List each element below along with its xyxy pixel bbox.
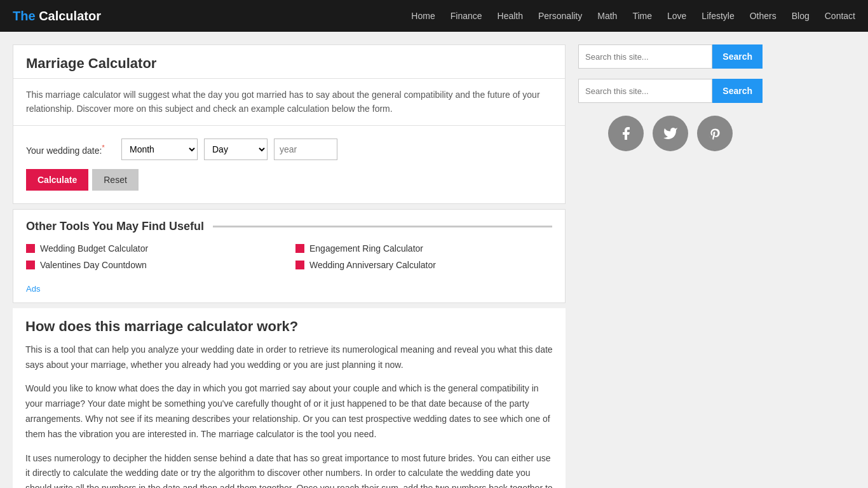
date-row: Your wedding date:* MonthJanuaryFebruary… [26, 139, 552, 160]
title-card: Marriage Calculator This marriage calcul… [13, 44, 566, 204]
article-para-3: It uses numerology to decipher the hidde… [25, 451, 553, 488]
button-row: Calculate Reset [26, 169, 552, 191]
month-select[interactable]: MonthJanuaryFebruaryMarchAprilMayJuneJul… [121, 139, 198, 160]
nav-home[interactable]: Home [411, 11, 435, 21]
nav-personality[interactable]: Personality [538, 11, 582, 21]
nav-lifestyle[interactable]: Lifestyle [702, 11, 734, 21]
tool-engagement-ring: Engagement Ring Calculator [295, 243, 552, 254]
tool-anniversary: Wedding Anniversary Calculator [295, 260, 552, 270]
page-title: Marriage Calculator [13, 45, 565, 79]
article-para-1: This is a tool that can help you analyze… [25, 342, 553, 373]
reset-button[interactable]: Reset [92, 169, 139, 191]
nav-health[interactable]: Health [498, 11, 523, 21]
nav-time[interactable]: Time [632, 11, 652, 21]
tools-section: Other Tools You May Find Useful Wedding … [13, 209, 566, 303]
article-heading: How does this marriage calculator work? [25, 318, 553, 335]
main-content: Marriage Calculator This marriage calcul… [13, 44, 566, 488]
site-brand[interactable]: The Calculator [13, 9, 101, 24]
facebook-icon[interactable] [608, 116, 644, 151]
brand-blue: The [13, 9, 39, 23]
sidebar: Search Search [578, 44, 763, 488]
date-label: Your wedding date:* [26, 143, 115, 156]
day-select[interactable]: Day1234567891011121314151617181920212223… [204, 139, 268, 160]
calculator-form: Your wedding date:* MonthJanuaryFebruary… [13, 126, 565, 203]
nav-contact[interactable]: Contact [825, 11, 855, 21]
search-box-1: Search [578, 44, 763, 69]
brand-white: Calculator [39, 9, 101, 23]
nav-links: Home Finance Health Personality Math Tim… [411, 11, 855, 21]
nav-blog[interactable]: Blog [792, 11, 810, 21]
page-container: Marriage Calculator This marriage calcul… [0, 32, 868, 488]
navbar: The Calculator Home Finance Health Perso… [0, 0, 868, 32]
tool-icon-red [26, 244, 35, 253]
tools-heading-row: Other Tools You May Find Useful [26, 220, 552, 233]
tools-grid: Wedding Budget Calculator Engagement Rin… [26, 243, 552, 280]
calculate-button[interactable]: Calculate [26, 169, 88, 191]
pinterest-icon[interactable] [697, 116, 733, 151]
search-button-2[interactable]: Search [712, 79, 763, 103]
nav-math[interactable]: Math [597, 11, 617, 21]
search-box-2: Search [578, 79, 763, 103]
tool-icon-red-2 [295, 244, 304, 253]
tool-link-engagement-ring[interactable]: Engagement Ring Calculator [309, 243, 423, 254]
tool-link-valentines[interactable]: Valentines Day Countdown [40, 260, 147, 270]
nav-love[interactable]: Love [667, 11, 686, 21]
tool-icon-red-4 [295, 261, 304, 269]
search-input-2[interactable] [578, 79, 712, 103]
heading-divider [213, 226, 552, 227]
article-section: How does this marriage calculator work? … [13, 308, 566, 488]
social-icons [578, 116, 763, 151]
nav-others[interactable]: Others [750, 11, 776, 21]
search-button-1[interactable]: Search [712, 44, 763, 69]
tool-wedding-budget: Wedding Budget Calculator [26, 243, 283, 254]
nav-finance[interactable]: Finance [451, 11, 482, 21]
tool-link-wedding-budget[interactable]: Wedding Budget Calculator [40, 243, 148, 254]
tools-heading: Other Tools You May Find Useful [26, 220, 204, 233]
search-input-1[interactable] [578, 44, 712, 69]
page-description: This marriage calculator will suggest wh… [13, 79, 565, 126]
year-input[interactable] [274, 139, 337, 160]
article-para-2: Would you like to know what does the day… [25, 381, 553, 442]
ads-label: Ads [26, 280, 552, 302]
tool-valentines: Valentines Day Countdown [26, 260, 283, 270]
twitter-icon[interactable] [653, 116, 688, 151]
tool-icon-red-3 [26, 261, 35, 269]
tool-link-anniversary[interactable]: Wedding Anniversary Calculator [309, 260, 436, 270]
